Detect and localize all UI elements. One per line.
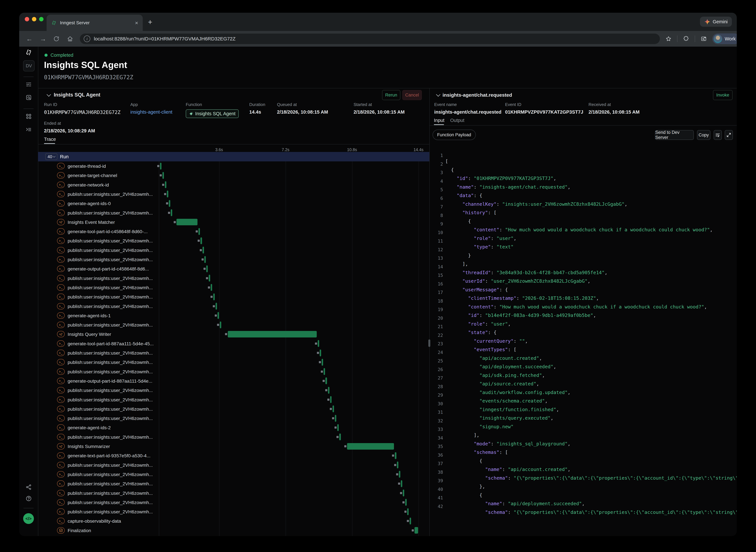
expand-button[interactable] <box>725 130 733 140</box>
trace-row[interactable]: >_ publish:user:insights:user_2VH6zowmh.… <box>38 395 429 404</box>
trace-row[interactable]: Insights Query Writer <box>38 329 429 339</box>
gemini-button[interactable]: Gemini <box>700 17 732 27</box>
trace-row[interactable]: >_ publish:user:insights:user_2VH6zowmh.… <box>38 479 429 488</box>
zoom-window-button[interactable] <box>39 17 43 21</box>
trace-bar[interactable] <box>165 181 166 188</box>
trace-bar[interactable] <box>325 377 327 384</box>
bookmark-star-icon[interactable] <box>666 36 672 42</box>
site-info-icon[interactable]: i <box>84 35 90 42</box>
trace-bar[interactable] <box>330 396 332 403</box>
trace-bar[interactable] <box>395 452 396 459</box>
back-icon[interactable]: ← <box>26 35 33 42</box>
trace-bar[interactable] <box>209 275 210 282</box>
trace-bar[interactable] <box>414 527 418 534</box>
trace-row[interactable]: >_ publish:user:insights:user_2VH6zowmh.… <box>38 302 429 311</box>
trace-row[interactable]: >_ publish:user:insights:user_2VH6zowmh.… <box>38 507 429 516</box>
tab-trace[interactable]: Trace <box>44 137 56 142</box>
trace-bar[interactable] <box>204 256 206 263</box>
word-wrap-button[interactable] <box>714 130 722 140</box>
trace-row[interactable]: >_ publish:user:insights:user_2VH6zowmh.… <box>38 320 429 329</box>
trace-bar[interactable] <box>405 499 407 506</box>
close-window-button[interactable] <box>25 17 29 21</box>
profile-button[interactable]: Work <box>712 33 737 44</box>
trace-row[interactable]: >_ publish:user:insights:user_2VH6zowmh.… <box>38 283 429 292</box>
trace-row[interactable]: Finalization <box>38 526 429 535</box>
trace-bar[interactable] <box>339 433 341 440</box>
trace-bar[interactable] <box>202 247 204 254</box>
browser-tab[interactable]: Inngest Server × <box>47 15 143 31</box>
new-tab-button[interactable]: + <box>148 18 152 26</box>
env-badge[interactable]: DV <box>23 60 34 72</box>
tab-close-icon[interactable]: × <box>135 20 138 26</box>
extensions-icon[interactable] <box>683 36 689 42</box>
collapse-event-chevron-icon[interactable] <box>436 92 440 97</box>
copy-button[interactable]: Copy <box>697 130 710 140</box>
trace-row[interactable]: Insights Event Matcher <box>38 218 429 227</box>
trace-row[interactable]: >_ publish:user:insights:user_2VH6zowmh.… <box>38 348 429 358</box>
trace-row[interactable]: >_ generate-tool-part-id-887aa111-5d4e-4… <box>38 339 429 348</box>
tab-output[interactable]: Output <box>450 118 464 123</box>
expand-steps-dropdown[interactable]: 40 <box>45 153 57 160</box>
trace-row[interactable]: >_ generate-network-id <box>38 180 429 189</box>
trace-row[interactable]: >_ publish:user:insights:user_2VH6zowmh.… <box>38 386 429 395</box>
reload-icon[interactable] <box>53 35 60 42</box>
payload-code-editor[interactable]: 1 [ 2 { 3 "id": "01KHRMPVZP0V977KAT2GP3S… <box>430 144 737 536</box>
trace-row[interactable]: >_ publish:user:insights:user_2VH6zowmh.… <box>38 292 429 301</box>
trace-bar[interactable] <box>322 359 323 366</box>
trace-bar[interactable] <box>397 461 398 468</box>
trace-bar[interactable] <box>337 424 339 431</box>
trace-bar[interactable] <box>228 331 317 337</box>
trace-row[interactable]: >_ publish:user:insights:user_2VH6zowmh.… <box>38 460 429 470</box>
trace-bar[interactable] <box>328 387 330 394</box>
dev-code-button[interactable]: </> <box>23 513 34 524</box>
trace-bar[interactable] <box>169 200 170 207</box>
trace-bar[interactable] <box>216 303 217 310</box>
trace-row[interactable]: >_ generate-output-part-id-c458648f-8d6.… <box>38 264 429 273</box>
trace-row[interactable]: >_ publish:user:insights:user_2VH6zowmh.… <box>38 274 429 283</box>
trace-row[interactable]: >_ publish:user:insights:user_2VH6zowmh.… <box>38 236 429 245</box>
trace-root-row[interactable]: 40 Run <box>38 152 429 161</box>
trace-row[interactable]: >_ publish:user:insights:user_2VH6zowmh.… <box>38 246 429 255</box>
trace-bar[interactable] <box>347 443 394 450</box>
trace-bar[interactable] <box>176 219 197 225</box>
tab-input[interactable]: Input <box>434 118 444 123</box>
minimize-window-button[interactable] <box>32 17 36 21</box>
sidebar-item-events-search-icon[interactable] <box>19 94 38 101</box>
trace-row[interactable]: >_ generate-output-part-id-887aa111-5d4e… <box>38 376 429 386</box>
trace-row[interactable]: >_ publish:user:insights:user_2VH6zowmh.… <box>38 432 429 442</box>
trace-row[interactable]: >_ publish:user:insights:user_2VH6zowmh.… <box>38 189 429 199</box>
trace-row[interactable]: >_ publish:user:insights:user_2VH6zowmh.… <box>38 414 429 423</box>
trace-bar[interactable] <box>211 284 212 291</box>
trace-row[interactable]: >_ publish:user:insights:user_2VH6zowmh.… <box>38 208 429 218</box>
trace-row[interactable]: >_ capture-observability-data <box>38 516 429 526</box>
trace-bar[interactable] <box>399 471 400 478</box>
trace-row[interactable]: >_ publish:user:insights:user_2VH6zowmh.… <box>38 404 429 414</box>
trace-row[interactable]: >_ generate-target-channel <box>38 171 429 180</box>
trace-row[interactable]: >_ publish:user:insights:user_2VH6zowmh.… <box>38 367 429 376</box>
trace-bar[interactable] <box>167 190 168 197</box>
trace-row[interactable]: >_ generate-agent-ids-2 <box>38 423 429 432</box>
cancel-button[interactable]: Cancel <box>402 90 422 100</box>
sidebar-item-dev-console-icon[interactable] <box>19 126 38 133</box>
trace-bar[interactable] <box>171 209 172 216</box>
invoke-button[interactable]: Invoke <box>713 90 733 100</box>
trace-row[interactable]: >_ generate-text-part-id-9357e5f0-a530-4… <box>38 451 429 460</box>
trace-bar[interactable] <box>403 490 404 497</box>
sidebar-item-runs-icon[interactable] <box>19 81 38 88</box>
help-icon[interactable] <box>19 495 38 502</box>
trace-bar[interactable] <box>198 228 200 235</box>
trace-bar[interactable] <box>335 415 336 422</box>
trace-bar[interactable] <box>320 350 321 357</box>
trace-row[interactable]: >_ publish:user:insights:user_2VH6zowmh.… <box>38 470 429 479</box>
run-meta-app[interactable]: Appinsights-agent-client <box>130 102 172 115</box>
trace-bar[interactable] <box>324 368 325 375</box>
trace-bar[interactable] <box>213 293 215 300</box>
trace-bar[interactable] <box>200 237 202 244</box>
send-to-dev-server-button[interactable]: Send to Dev Server <box>655 130 694 140</box>
trace-bar[interactable] <box>407 508 409 515</box>
url-bar[interactable]: i localhost:8288/run?runID=01KHRMPW77GVM… <box>80 34 660 44</box>
sidebar-item-apps-icon[interactable] <box>19 113 38 120</box>
function-payload-pill[interactable]: Function Payload <box>432 130 476 140</box>
trace-row[interactable]: >_ publish:user:insights:user_2VH6zowmh.… <box>38 498 429 507</box>
trace-row[interactable]: >_ publish:user:insights:user_2VH6zowmh.… <box>38 255 429 264</box>
